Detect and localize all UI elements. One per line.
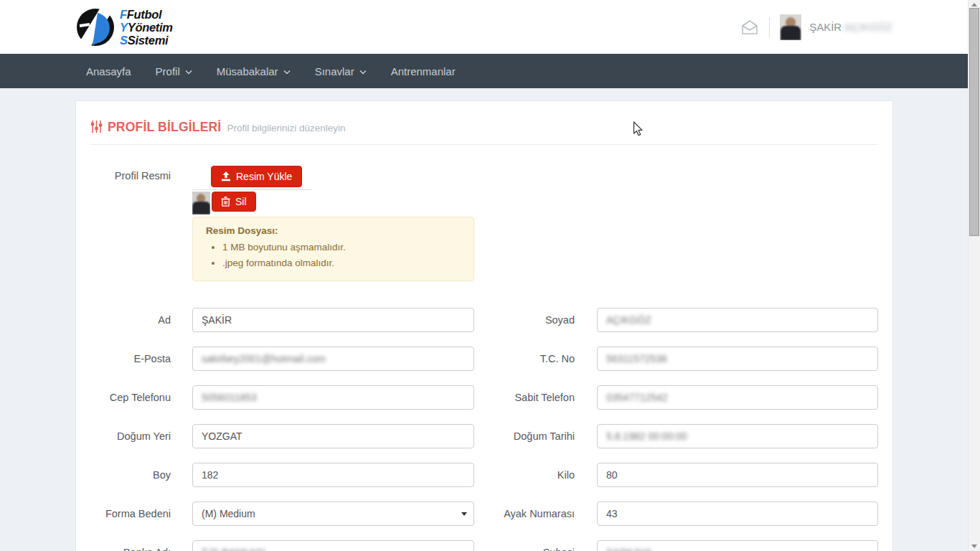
select-caret-icon xyxy=(461,512,467,516)
input-tcno[interactable]: 56311572538 xyxy=(597,347,878,371)
nav-item-antrenmanlar[interactable]: Antrenmanlar xyxy=(391,65,456,77)
input-kilo[interactable]: 80 xyxy=(597,463,878,487)
input-eposta[interactable]: sakirbey2001@hotmail.com xyxy=(192,347,474,371)
profile-panel: PROFİL BİLGİLERİ Profil bilgilerinizi dü… xyxy=(75,100,893,551)
field-label-formabedeni: Forma Bedeni xyxy=(90,501,192,526)
field-label-ayaknumarasi: Ayak Numarası xyxy=(474,501,597,526)
field-label-ad: Ad xyxy=(90,308,192,332)
delete-image-button-label: Sil xyxy=(235,196,247,207)
field-label-ceptelefonu: Cep Telefonu xyxy=(90,385,192,410)
messages-icon[interactable] xyxy=(740,19,759,36)
field-label-dogumtarihi: Doğum Tarihi xyxy=(474,424,597,448)
input-dogumyeri[interactable]: YOZGAT xyxy=(192,424,474,448)
field-label-soyad: Soyad xyxy=(474,308,597,332)
nav-item-label: Müsabakalar xyxy=(217,65,278,77)
input-ceptelefonu[interactable]: 5056011853 xyxy=(192,385,474,410)
photo-note-item: .jpeg formatında olmalıdır. xyxy=(222,255,463,271)
user-first-name: ŞAKİR xyxy=(809,21,842,33)
input-bankaadi[interactable]: T.İŞ BANKASI xyxy=(192,540,474,551)
field-label-kilo: Kilo xyxy=(474,463,597,487)
nav-item-label: Sınavlar xyxy=(315,65,354,77)
brand-logo-text: FFutbol YYönetim SSistemi xyxy=(120,8,173,47)
scrollbar-down-arrow[interactable] xyxy=(971,545,977,548)
nav-item-label: Profil xyxy=(156,65,180,77)
input-sabittelefon[interactable]: 03547712542 xyxy=(597,385,878,410)
profile-photo-thumbnail xyxy=(192,192,210,215)
user-last-name-blurred: AÇIKGÖZ xyxy=(844,21,892,33)
chevron-down-icon xyxy=(359,70,367,75)
header-divider xyxy=(769,17,770,37)
nav-item-profil[interactable]: Profil xyxy=(156,65,192,77)
field-value-dogumyeri: YOZGAT xyxy=(202,430,242,442)
profile-photo-section: Profil Resmi Resim Yükle xyxy=(90,166,878,281)
brand-cap-3: S xyxy=(120,34,128,47)
field-label-sabittelefon: Sabit Telefon xyxy=(474,385,597,410)
nav-item-musabakalar[interactable]: Müsabakalar xyxy=(217,65,291,77)
photo-thumb-row: Sil xyxy=(192,192,474,215)
thumbnail-torso xyxy=(192,202,210,215)
input-soyad[interactable]: AÇIKGÖZ xyxy=(597,308,878,332)
chevron-down-icon xyxy=(283,70,291,75)
field-label-tcno: T.C. No xyxy=(474,347,597,371)
photo-requirements-note: Resim Dosyası: 1 MB boyutunu aşmamalıdır… xyxy=(192,217,474,281)
user-name[interactable]: ŞAKİR AÇIKGÖZ xyxy=(809,21,892,33)
top-header: FFutbol YYönetim SSistemi ŞAKİR AÇIKGÖZ xyxy=(0,0,968,54)
sliders-icon xyxy=(90,121,103,133)
photo-note-title: Resim Dosyası: xyxy=(206,225,463,236)
upload-image-button[interactable]: Resim Yükle xyxy=(211,166,302,187)
scrollbar-up-arrow[interactable] xyxy=(971,3,977,6)
input-boy[interactable]: 182 xyxy=(192,463,474,487)
brand-cap-1: F xyxy=(120,8,127,21)
app-window: FFutbol YYönetim SSistemi ŞAKİR AÇIKGÖZ xyxy=(0,0,980,551)
nav-item-sinavlar[interactable]: Sınavlar xyxy=(315,65,367,77)
field-label-dogumyeri: Doğum Yeri xyxy=(90,424,192,448)
field-value-sabittelefon: 03547712542 xyxy=(606,392,668,403)
field-value-eposta: sakirbey2001@hotmail.com xyxy=(202,353,326,364)
brand-logo-icon xyxy=(75,6,116,47)
field-value-ceptelefonu: 5056011853 xyxy=(202,392,257,403)
field-value-bankaadi: T.İŞ BANKASI xyxy=(202,547,265,551)
panel-title-row: PROFİL BİLGİLERİ Profil bilgilerinizi dü… xyxy=(90,119,878,135)
input-subesi[interactable]: ŞARKAYA xyxy=(597,540,878,551)
photo-note-item: 1 MB boyutunu aşmamalıdır. xyxy=(222,240,463,255)
profile-photo-content: Resim Yükle xyxy=(192,166,474,281)
content-area: PROFİL BİLGİLERİ Profil bilgilerinizi dü… xyxy=(0,88,968,551)
field-value-formabedeni: (M) Medium xyxy=(202,508,255,519)
brand-cap-2: Y xyxy=(120,21,128,34)
field-value-dogumtarihi: 5.8.1982 00:00:00 xyxy=(606,430,687,442)
field-value-kilo: 80 xyxy=(606,469,618,481)
avatar-torso xyxy=(781,26,801,40)
nav-item-label: Anasayfa xyxy=(86,65,131,77)
brand-line-3: Sistemi xyxy=(128,34,169,47)
profile-form: AdŞAKİRSoyadAÇIKGÖZE-Postasakirbey2001@h… xyxy=(90,308,878,551)
field-label-profilresmi: Profil Resmi xyxy=(90,166,192,281)
input-ayaknumarasi[interactable]: 43 xyxy=(597,501,878,526)
upload-icon xyxy=(221,171,231,182)
field-value-ayaknumarasi: 43 xyxy=(606,508,618,519)
brand-logo[interactable]: FFutbol YYönetim SSistemi xyxy=(75,6,173,47)
header-user-area: ŞAKİR AÇIKGÖZ xyxy=(740,0,892,54)
vertical-scrollbar[interactable] xyxy=(968,0,980,551)
field-label-eposta: E-Posta xyxy=(90,347,192,371)
field-value-boy: 182 xyxy=(202,469,218,481)
select-formabedeni[interactable]: (M) Medium xyxy=(192,501,474,526)
field-label-bankaadi: Banka Adı xyxy=(90,540,192,551)
page: FFutbol YYönetim SSistemi ŞAKİR AÇIKGÖZ xyxy=(0,0,968,551)
photo-note-list: 1 MB boyutunu aşmamalıdır..jpeg formatın… xyxy=(222,240,463,271)
brand-line-1: Futbol xyxy=(127,8,162,21)
brand-line-2: Yönetim xyxy=(128,21,173,34)
field-value-soyad: AÇIKGÖZ xyxy=(606,314,651,326)
input-dogumtarihi[interactable]: 5.8.1982 00:00:00 xyxy=(597,424,878,448)
main-nav: AnasayfaProfilMüsabakalarSınavlarAntrenm… xyxy=(0,54,968,88)
field-label-subesi: Şubesi xyxy=(474,540,597,551)
field-value-tcno: 56311572538 xyxy=(606,353,667,364)
input-ad[interactable]: ŞAKİR xyxy=(192,308,474,332)
nav-item-anasayfa[interactable]: Anasayfa xyxy=(86,65,131,77)
delete-image-button[interactable]: Sil xyxy=(212,192,256,212)
user-avatar[interactable] xyxy=(780,14,801,40)
field-value-subesi: ŞARKAYA xyxy=(606,547,652,551)
nav-item-label: Antrenmanlar xyxy=(391,65,456,77)
upload-image-button-label: Resim Yükle xyxy=(236,171,292,182)
scrollbar-thumb[interactable] xyxy=(969,8,979,236)
page-subtitle: Profil bilgilerinizi düzenleyin xyxy=(227,123,345,133)
